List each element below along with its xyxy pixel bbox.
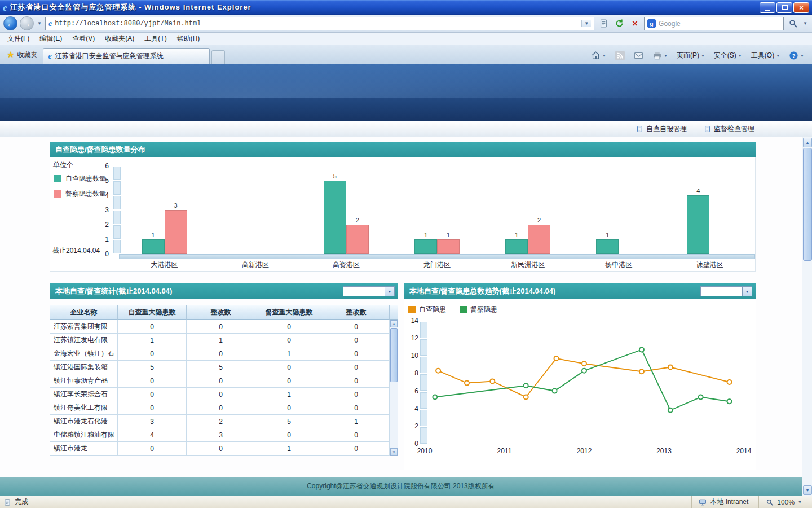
menu-item[interactable]: 文件(F) xyxy=(2,33,34,45)
page-menu-button[interactable]: 页面(P)▼ xyxy=(674,50,707,62)
read-mail-button[interactable] xyxy=(632,50,646,62)
trend-filter-dropdown[interactable]: ▼ xyxy=(700,286,752,296)
table-row[interactable]: 江苏镇江发电有限1100 xyxy=(50,334,398,347)
table-body: 江苏索普集团有限0000江苏镇江发电有限1100金海宏业（镇江）石0010镇江港… xyxy=(50,320,398,456)
help-button[interactable]: ? ▼ xyxy=(787,50,806,62)
company-name-cell: 镇江奇美化工有限 xyxy=(50,401,118,414)
document-icon xyxy=(3,498,11,506)
submenu-item[interactable]: 自查自报管理 xyxy=(636,124,687,134)
tools-menu-label: 工具(O) xyxy=(751,51,774,60)
refresh-button[interactable] xyxy=(612,17,626,30)
bar-segment xyxy=(505,239,528,254)
bar-chart-body: 单位个 自查隐患数量督察隐患数量 截止2014.04.04 0123456 大港… xyxy=(50,157,756,272)
bar-value-label: 1 xyxy=(142,231,165,239)
column-header: 自查重大隐患数 xyxy=(118,305,187,320)
address-bar: ← → ▼ e http://localhost:8080/yjpt/Main.… xyxy=(0,15,812,33)
chevron-down-icon: ▼ xyxy=(798,500,802,504)
submenu-item[interactable]: 监督检查管理 xyxy=(704,124,754,134)
zoom-control[interactable]: 100% ▼ xyxy=(758,496,809,508)
menu-item[interactable]: 工具(T) xyxy=(139,33,171,45)
table-row[interactable]: 镇江市港龙石化港3251 xyxy=(50,415,398,428)
table-row[interactable]: 镇江港国际集装箱5500 xyxy=(50,361,398,374)
maximize-icon xyxy=(782,5,788,10)
print-button[interactable]: ▼ xyxy=(650,50,670,62)
browser-tab[interactable]: e 江苏省港口安全监管与应急管理系统 xyxy=(43,48,210,64)
menu-item[interactable]: 帮助(H) xyxy=(172,33,205,45)
table-row[interactable]: 镇江市港龙0010 xyxy=(50,442,398,456)
minimize-icon xyxy=(765,10,770,11)
copyright-text: Copyright@江苏省交通规划设计院股份有限公司 2013版权所有 xyxy=(307,481,495,491)
page-scrollbar[interactable]: ▲ ▼ xyxy=(802,137,812,496)
value-cell: 0 xyxy=(323,320,390,333)
value-cell: 1 xyxy=(118,334,187,347)
menu-item[interactable]: 查看(V) xyxy=(67,33,100,45)
maximize-button[interactable] xyxy=(776,2,792,13)
bar-category-label: 高资港区 xyxy=(301,260,391,270)
printer-icon xyxy=(652,51,662,60)
home-button[interactable]: ▼ xyxy=(589,50,608,62)
back-button[interactable]: ← xyxy=(3,16,17,30)
feeds-button[interactable] xyxy=(613,50,627,62)
scrollbar-thumb[interactable] xyxy=(803,148,812,261)
refresh-icon xyxy=(615,19,624,28)
home-icon xyxy=(591,51,601,60)
value-cell: 1 xyxy=(255,347,323,360)
search-box[interactable]: g xyxy=(644,17,784,30)
table-row[interactable]: 镇江奇美化工有限0000 xyxy=(50,401,398,415)
close-button[interactable]: × xyxy=(793,2,809,13)
bar-segment xyxy=(346,225,369,254)
scroll-down-arrow[interactable]: ▼ xyxy=(390,448,398,456)
value-cell: 0 xyxy=(118,401,187,414)
value-cell: 0 xyxy=(255,320,323,333)
favorites-bar: ★ 收藏夹 e 江苏省港口安全监管与应急管理系统 ▼ ▼ 页面(P)▼ 安 xyxy=(0,45,812,64)
table-row[interactable]: 镇江恒泰沥青产品0000 xyxy=(50,374,398,388)
search-button[interactable] xyxy=(786,17,800,30)
minimize-button[interactable] xyxy=(760,2,775,13)
search-dropdown[interactable]: ▼ xyxy=(802,21,809,26)
bar-chart-panel: 自查隐患/督查隐患数量分布 单位个 自查隐患数量督察隐患数量 截止2014.04… xyxy=(50,142,756,272)
search-input[interactable] xyxy=(659,20,780,28)
bar-segment xyxy=(165,210,187,254)
bar-value-label: 5 xyxy=(324,172,346,180)
menu-item[interactable]: 编辑(E) xyxy=(34,33,67,45)
bar-category-label: 龙门港区 xyxy=(391,260,482,270)
y-axis-label: 1 xyxy=(91,235,109,243)
new-tab-button[interactable] xyxy=(211,50,225,64)
history-dropdown[interactable]: ▼ xyxy=(36,21,43,26)
bar-chart-plot: 大港港区13高新港区高资港区52龙门港区11新民洲港区12扬中港区1谏壁港区4 xyxy=(119,157,755,272)
magnifier-icon xyxy=(766,498,774,506)
scrollbar-down-arrow[interactable]: ▼ xyxy=(803,485,812,495)
address-field[interactable]: e http://localhost:8080/yjpt/Main.html ▼ xyxy=(45,17,594,30)
menu-bar: 文件(F)编辑(E)查看(V)收藏夹(A)工具(T)帮助(H) xyxy=(0,33,812,45)
value-cell: 0 xyxy=(118,442,187,455)
table-row[interactable]: 中储粮镇江粮油有限4300 xyxy=(50,428,398,442)
table-scrollbar[interactable]: ▲ ▼ xyxy=(390,320,398,456)
table-filter-dropdown[interactable]: ▼ xyxy=(343,286,395,296)
table-header-row: 企业名称自查重大隐患数整改数督查重大隐患数整改数 xyxy=(50,305,398,320)
stop-button[interactable]: × xyxy=(628,17,642,30)
svg-text:?: ? xyxy=(792,52,796,59)
table-row[interactable]: 江苏索普集团有限0000 xyxy=(50,320,398,334)
forward-button[interactable]: → xyxy=(20,16,34,30)
trend-legend: 自查隐患督察隐患 xyxy=(408,305,497,314)
company-name-cell: 中储粮镇江粮油有限 xyxy=(50,428,118,441)
search-icon xyxy=(788,19,798,28)
favorites-button[interactable]: ★ 收藏夹 xyxy=(2,47,42,62)
tools-menu-button[interactable]: 工具(O)▼ xyxy=(749,50,782,62)
column-header: 整改数 xyxy=(187,305,255,320)
table-panel-title: 本地自查/督查统计(截止2014.04.04) xyxy=(55,286,172,296)
table-row[interactable]: 镇江李长荣综合石0010 xyxy=(50,388,398,401)
column-header-cap xyxy=(390,305,398,320)
safety-menu-button[interactable]: 安全(S)▼ xyxy=(712,50,744,62)
status-text: 完成 xyxy=(15,497,28,507)
compatibility-button[interactable] xyxy=(597,17,610,30)
address-dropdown[interactable]: ▼ xyxy=(581,20,591,27)
value-cell: 0 xyxy=(255,428,323,441)
scroll-thumb[interactable] xyxy=(390,328,398,382)
scroll-up-arrow[interactable]: ▲ xyxy=(390,320,398,327)
scrollbar-up-arrow[interactable]: ▲ xyxy=(803,138,812,147)
table-row[interactable]: 金海宏业（镇江）石0010 xyxy=(50,347,398,361)
legend-label: 督察隐患 xyxy=(470,305,497,314)
menu-item[interactable]: 收藏夹(A) xyxy=(100,33,139,45)
bar-segment xyxy=(528,225,550,254)
